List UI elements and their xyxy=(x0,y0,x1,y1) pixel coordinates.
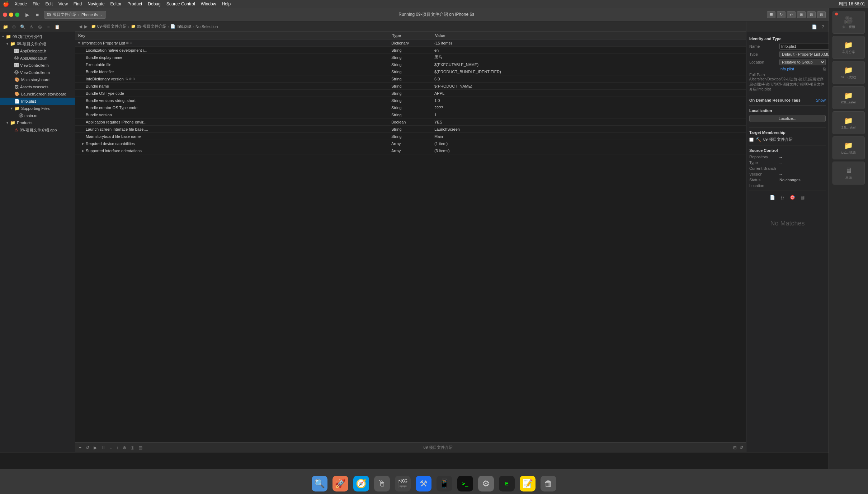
dock-item-safari[interactable]: 🧭 xyxy=(352,472,371,491)
plist-row-infodict-version[interactable]: ▶ InfoDictionary version ⇅ ⊕ ⊖ String 6.… xyxy=(75,75,746,83)
location-field-select[interactable]: Relative to Group xyxy=(779,59,826,65)
sidebar-search-icon[interactable]: 🔍 xyxy=(19,24,26,30)
remove-row-icon[interactable]: ⊖ xyxy=(132,77,135,81)
breadcrumb-forward-button[interactable]: ▶ xyxy=(84,24,88,29)
plist-row-launch-screen[interactable]: ▶ Launch screen interface file base.... … xyxy=(75,126,746,133)
target-settings-icon[interactable]: 🎯 xyxy=(789,194,796,201)
collapse-arrow-icon[interactable]: ▼ xyxy=(77,41,81,45)
name-field-input[interactable] xyxy=(779,43,829,50)
dock-item-terminal[interactable]: >_ xyxy=(456,472,475,491)
dock-item-enmc[interactable]: E xyxy=(497,472,516,491)
sidebar-item-assets[interactable]: ▶ 🖼 Assets.xcassets xyxy=(0,83,75,90)
breadcrumb-back-button[interactable]: ◀ xyxy=(78,24,83,29)
dock-item-settings[interactable]: ⚙ xyxy=(476,472,496,491)
back-forward[interactable]: ⇄ xyxy=(787,11,796,18)
editor-standard[interactable]: ⊞ xyxy=(797,11,806,18)
refresh-button[interactable]: ↻ xyxy=(777,11,786,18)
plist-row-executable-file[interactable]: ▶ Executable file String $(EXECUTABLE_NA… xyxy=(75,61,746,68)
reveal-icon[interactable]: ⎘ xyxy=(823,67,826,71)
breadcrumb-item-group[interactable]: 📁 09-项目文件介绍 xyxy=(131,24,166,29)
menu-navigate[interactable]: Navigate xyxy=(88,1,104,6)
menu-window[interactable]: Window xyxy=(201,1,216,6)
toolbar-center-icon[interactable]: ⊕ xyxy=(122,445,127,450)
plist-row-info-prop-list[interactable]: ▼ Information Property List ⊕ ⊖ Dictiona… xyxy=(75,39,746,47)
history-back-button[interactable]: ↺ xyxy=(85,445,90,450)
toolbar-pause-icon[interactable]: ⏸ xyxy=(100,445,106,450)
plist-row-bundle-os-type[interactable]: ▶ Bundle OS Type code String APPL xyxy=(75,90,746,97)
dock-item-xcode[interactable]: ⚒ xyxy=(414,472,433,491)
dock-item-iphone[interactable]: 📱 xyxy=(435,472,454,491)
plist-row-localization[interactable]: ▶ Localization native development r... S… xyxy=(75,47,746,54)
plist-row-bundle-version-short[interactable]: ▶ Bundle versions string, short String 1… xyxy=(75,97,746,104)
plist-row-bundle-display-name[interactable]: ▶ Bundle display name String 黑马 xyxy=(75,54,746,61)
file-inspector-icon[interactable]: 📄 xyxy=(811,23,818,31)
add-item-button[interactable]: + xyxy=(78,445,82,450)
menu-edit[interactable]: Edit xyxy=(45,1,53,6)
remove-row-icon[interactable]: ⊖ xyxy=(129,41,132,45)
show-button[interactable]: Show xyxy=(816,98,826,102)
dock-item-mouse[interactable]: 🖱 xyxy=(372,472,392,491)
thumb-item-video[interactable]: 🎥 未…视频 xyxy=(832,11,865,34)
sidebar-report-icon[interactable]: 📋 xyxy=(54,24,60,30)
thumb-item-ios1[interactable]: 📁 ios1...试题 xyxy=(832,136,865,159)
thumb-item-share[interactable]: 📁 车丹分享 xyxy=(832,36,865,59)
breadcrumb-item-project[interactable]: 📁 09-项目文件介绍 xyxy=(91,24,127,29)
stepper-up-icon[interactable]: ⇅ xyxy=(125,77,128,81)
expand-arrow-icon[interactable]: ▶ xyxy=(82,142,84,145)
menu-help[interactable]: Help xyxy=(222,1,231,6)
dock-item-launchpad[interactable]: 🚀 xyxy=(331,472,350,491)
editor-version[interactable]: ⊟ xyxy=(817,11,826,18)
toolbar-step-out-icon[interactable]: ↑ xyxy=(115,445,119,450)
close-button[interactable] xyxy=(3,13,7,17)
plist-row-required-caps[interactable]: ▶ Required device capabilities Array (1 … xyxy=(75,140,746,147)
add-row-icon[interactable]: ⊕ xyxy=(129,77,132,81)
toolbar-run-icon[interactable]: ▶ xyxy=(93,445,98,450)
dock-item-trash[interactable]: 🗑 xyxy=(539,472,558,491)
expand-button[interactable]: ⊞ xyxy=(733,445,737,450)
menu-product[interactable]: Product xyxy=(127,1,142,6)
sidebar-item-mainstoryboard[interactable]: ▶ 🎨 Main.storyboard xyxy=(0,76,75,83)
toolbar-step-icon[interactable]: ↓ xyxy=(109,445,113,450)
sidebar-test-icon[interactable]: ◎ xyxy=(37,24,43,30)
menu-source-control[interactable]: Source Control xyxy=(166,1,195,6)
add-row-icon[interactable]: ⊕ xyxy=(126,41,129,45)
sidebar-item-viewcontrollerm[interactable]: ▶ Ⓜ ViewController.m xyxy=(0,69,75,76)
run-button[interactable]: ▶ xyxy=(24,11,31,18)
menu-find[interactable]: Find xyxy=(74,1,82,6)
thumb-item-zjl[interactable]: 📁 ZJL...etail xyxy=(832,111,865,134)
stop-button[interactable]: ■ xyxy=(34,11,41,18)
sidebar-item-appdelegatem[interactable]: ▶ Ⓜ AppDelegate.m xyxy=(0,55,75,62)
breadcrumb-item-file[interactable]: 📄 Info.plist xyxy=(170,24,191,29)
minimize-button[interactable] xyxy=(9,13,13,17)
localize-button[interactable]: Localize... xyxy=(749,115,826,122)
editor-assistant[interactable]: ⊡ xyxy=(807,11,816,18)
thumb-item-optimize[interactable]: 📁 07…(优化) xyxy=(832,61,865,84)
sidebar-source-icon[interactable]: ⊕ xyxy=(11,24,17,30)
sidebar-item-root[interactable]: ▼ 📁 09-项目文件介绍 xyxy=(0,33,75,40)
collapse-button[interactable]: ↺ xyxy=(740,445,743,450)
sidebar-item-launchscreen[interactable]: ▶ 🎨 LaunchScreen.storyboard xyxy=(0,90,75,98)
new-file-icon[interactable]: 📄 xyxy=(769,194,776,201)
dock-item-quicktime[interactable]: 🎬 xyxy=(393,472,412,491)
menu-xcode[interactable]: Xcode xyxy=(15,1,27,6)
code-braces-icon[interactable]: {} xyxy=(779,194,786,201)
plist-row-bundle-creator[interactable]: ▶ Bundle creator OS Type code String ???… xyxy=(75,104,746,111)
menu-editor[interactable]: Editor xyxy=(110,1,122,6)
apple-menu[interactable]: 🍎 xyxy=(3,1,9,7)
sidebar-item-app[interactable]: ▶ ⚠ 09-项目文件介绍.app xyxy=(0,126,75,134)
thumb-item-desktop[interactable]: 🖥 桌面 xyxy=(832,162,865,185)
menu-view[interactable]: View xyxy=(58,1,68,6)
expand-arrow-icon[interactable]: ▶ xyxy=(82,149,84,153)
sidebar-warning-icon[interactable]: ⚠ xyxy=(28,24,34,30)
sidebar-item-supporting[interactable]: ▼ 📁 Supporting Files xyxy=(0,105,75,112)
sidebar-item-group1[interactable]: ▼ 📁 09-项目文件介绍 xyxy=(0,40,75,47)
menu-file[interactable]: File xyxy=(33,1,39,6)
sidebar-debug-icon[interactable]: ≡ xyxy=(45,24,52,30)
target-checkbox[interactable] xyxy=(749,138,754,142)
sidebar-item-infoplist[interactable]: ▶ 📄 Info.plist xyxy=(0,98,75,105)
plist-row-bundle-id[interactable]: ▶ Bundle identifier String $(PRODUCT_BUN… xyxy=(75,68,746,75)
dock-item-notes[interactable]: 📝 xyxy=(518,472,537,491)
sidebar-item-appdelegateh[interactable]: ▶ 🅷 AppDelegate.h xyxy=(0,47,75,55)
plist-row-main-storyboard[interactable]: ▶ Main storyboard file base name String … xyxy=(75,133,746,140)
navigator-toggle[interactable]: ☰ xyxy=(767,11,775,18)
